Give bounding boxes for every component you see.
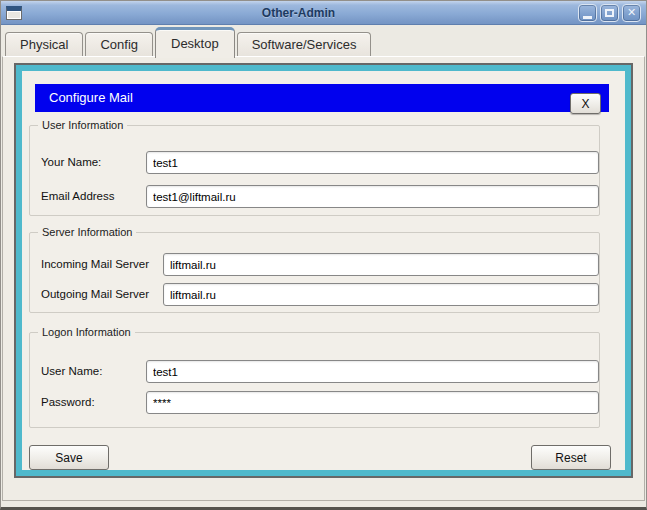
app-window: Other-Admin ✕ Physical Config Desktop So… [0,0,647,510]
group-user-information: User Information Your Name: Email Addres… [29,125,600,216]
dialog-close-button[interactable]: X [570,93,601,114]
configure-mail-panel: Configure Mail X User Information Your N… [22,71,625,470]
window-icon[interactable] [6,6,22,20]
dialog-titlebar: Configure Mail [35,84,609,112]
outgoing-mail-server-label: Outgoing Mail Server [41,283,149,306]
group-legend: Logon Information [38,326,135,338]
save-button[interactable]: Save [29,445,109,470]
tab-physical[interactable]: Physical [5,32,83,57]
your-name-label: Your Name: [41,151,101,174]
incoming-mail-server-input[interactable] [163,253,599,276]
window-title: Other-Admin [22,6,575,20]
close-icon: ✕ [627,7,636,18]
user-name-label: User Name: [41,360,102,383]
password-input[interactable] [146,391,599,414]
outgoing-mail-server-input[interactable] [163,283,599,306]
email-address-input[interactable] [146,185,599,208]
dialog-title: Configure Mail [49,90,133,105]
tab-bar: Physical Config Desktop Software/Service… [1,25,646,57]
reset-button[interactable]: Reset [531,445,611,470]
group-legend: User Information [38,119,127,131]
password-label: Password: [41,391,95,414]
maximize-icon [605,9,614,17]
dialog-frame: Configure Mail X User Information Your N… [14,63,633,478]
maximize-button[interactable] [600,4,619,22]
group-legend: Server Information [38,226,136,238]
tab-software-services[interactable]: Software/Services [237,32,372,57]
tab-config[interactable]: Config [85,32,153,57]
minimize-button[interactable] [578,4,597,22]
titlebar: Other-Admin ✕ [1,1,646,25]
group-logon-information: Logon Information User Name: Password: [29,332,600,428]
minimize-icon [583,16,592,19]
your-name-input[interactable] [146,151,599,174]
group-server-information: Server Information Incoming Mail Server … [29,232,600,313]
window-controls: ✕ [575,4,641,22]
user-name-input[interactable] [146,360,599,383]
incoming-mail-server-label: Incoming Mail Server [41,253,149,276]
email-address-label: Email Address [41,185,115,208]
tab-desktop[interactable]: Desktop [155,27,235,58]
close-button[interactable]: ✕ [622,4,641,22]
